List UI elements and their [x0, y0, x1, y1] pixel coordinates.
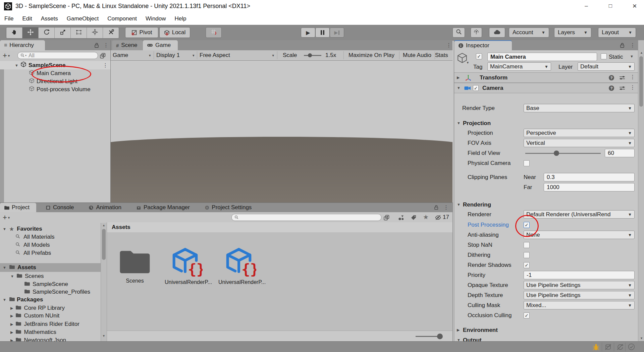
local-toggle-button[interactable]: Local [159, 27, 190, 38]
tree-samplescene-profiles[interactable]: SampleScene_Profiles [0, 288, 90, 296]
dithering-checkbox[interactable] [524, 252, 530, 258]
menu-edit[interactable]: Edit [18, 15, 36, 22]
pivot-toggle-button[interactable]: Pivot [125, 27, 158, 38]
inspector-scrollbar[interactable]: ▲ ▼ [638, 40, 644, 341]
tab-package-manager[interactable]: Package Manager [132, 203, 194, 212]
foldout-collapsed-icon[interactable]: ▶ [10, 314, 13, 318]
tree-core-rp-library[interactable]: ▶ Core RP Library [0, 304, 65, 312]
tree-custom-nunit[interactable]: ▶ Custom NUnit [0, 312, 59, 320]
tab-console[interactable]: Console [42, 203, 78, 212]
stop-nan-checkbox[interactable] [524, 242, 530, 248]
chevron-down-icon[interactable]: ▾ [8, 216, 10, 220]
foldout-collapsed-icon[interactable]: ▶ [10, 330, 13, 335]
menu-help[interactable]: Help [170, 15, 191, 22]
scroll-down-icon[interactable]: ▼ [640, 337, 643, 340]
asset-item-scenes-folder[interactable]: Scenes [113, 247, 157, 284]
priority-field[interactable]: -1 [524, 271, 635, 279]
move-tool-button[interactable] [22, 27, 39, 38]
tab-animation[interactable]: Animation [85, 203, 125, 212]
assets-grid[interactable]: Scenes {} UniversalRenderP... {} Univers… [107, 232, 453, 331]
custom-tool-button[interactable] [103, 27, 119, 38]
pause-button[interactable] [315, 27, 330, 38]
scale-slider-handle[interactable] [308, 53, 312, 57]
filter-by-type-icon[interactable] [398, 215, 404, 222]
game-target-dropdown[interactable]: Game▾ [113, 50, 128, 60]
tab-scene[interactable]: # Scene [112, 40, 143, 50]
culling-mask-dropdown[interactable]: Mixed...▼ [524, 301, 635, 309]
hierarchy-item-main-camera[interactable]: Main Camera [0, 69, 110, 77]
tree-newtonsoft-json[interactable]: ▶ Newtonsoft Json [0, 336, 66, 342]
scrollbar-thumb[interactable] [639, 56, 643, 107]
tree-scenes-folder[interactable]: ▼ Scenes [0, 272, 44, 280]
foldout-expanded-icon[interactable]: ▼ [3, 227, 6, 231]
picker-icon[interactable] [100, 53, 106, 60]
debugger-bug-icon[interactable] [592, 343, 600, 352]
scroll-up-icon[interactable]: ▲ [640, 51, 643, 54]
search-everywhere-button[interactable] [452, 27, 465, 38]
close-button[interactable]: ✕ [628, 3, 641, 10]
near-field[interactable]: 0.3 [544, 173, 635, 181]
kebab-menu-icon[interactable]: ⋮ [630, 42, 635, 48]
far-field[interactable]: 1000 [544, 183, 635, 191]
camera-component-header[interactable]: ▼ ✓ Camera ? ⋮ [454, 83, 644, 93]
scroll-down-icon[interactable]: ▼ [102, 334, 105, 338]
tree-assets-root[interactable]: ▼ Assets [0, 263, 101, 272]
layout-dropdown[interactable]: Layout▼ [598, 27, 636, 38]
menu-assets[interactable]: Assets [37, 15, 62, 22]
minimize-button[interactable]: – [580, 3, 593, 9]
fov-value-field[interactable]: 60 [605, 149, 635, 157]
tab-game[interactable]: Game [143, 40, 178, 50]
game-viewport[interactable] [111, 60, 452, 202]
account-dropdown[interactable]: Account▼ [509, 27, 549, 38]
depth-texture-dropdown[interactable]: Use Pipeline Settings▼ [524, 291, 635, 299]
scale-slider-track[interactable] [304, 55, 321, 56]
help-icon[interactable]: ? [608, 85, 614, 93]
menu-window[interactable]: Window [141, 15, 170, 22]
kebab-menu-icon[interactable]: ⋮ [103, 62, 108, 68]
scale-tool-button[interactable] [55, 27, 71, 38]
kebab-menu-icon[interactable]: ⋮ [630, 74, 635, 80]
add-asset-button[interactable]: + [3, 213, 7, 222]
play-button[interactable]: ▶ [301, 27, 315, 38]
progress-activity-button[interactable] [471, 27, 482, 38]
kebab-menu-icon[interactable]: ⋮ [443, 204, 449, 211]
preset-icon[interactable] [619, 75, 625, 82]
chevron-down-icon[interactable]: ▾ [8, 54, 10, 58]
asset-item-urp-asset-1[interactable]: {} UniversalRenderP... [165, 247, 208, 285]
maximize-button[interactable]: □ [604, 3, 617, 9]
aspect-dropdown[interactable]: Free Aspect▾ [200, 50, 276, 60]
menu-component[interactable]: Component [103, 15, 141, 22]
picker-icon[interactable] [383, 215, 390, 222]
rendering-section-header[interactable]: ▼ Rendering [454, 200, 644, 210]
cache-server-disabled-icon[interactable] [604, 344, 612, 352]
rect-tool-button[interactable] [71, 27, 87, 38]
tree-mathematics[interactable]: ▶ Mathematics [0, 328, 56, 336]
fov-slider-track[interactable] [525, 153, 601, 154]
opaque-texture-dropdown[interactable]: Use Pipeline Settings▼ [524, 281, 635, 289]
icon-size-slider-handle[interactable] [437, 334, 443, 339]
physical-camera-checkbox[interactable] [524, 160, 530, 166]
project-search-input[interactable] [231, 214, 381, 221]
gameobject-name-field[interactable]: Main Camera [487, 53, 597, 61]
favorite-all-prefabs[interactable]: All Prefabs [0, 249, 51, 257]
favorites-star-icon[interactable]: ★ [423, 213, 429, 221]
hand-tool-button[interactable] [6, 27, 22, 38]
lock-icon[interactable] [434, 205, 439, 211]
tree-jetbrains-rider[interactable]: ▶ JetBrains Rider Editor [0, 320, 79, 328]
asset-item-urp-asset-2[interactable]: {} UniversalRenderP... [218, 247, 262, 285]
foldout-expanded-icon[interactable]: ▼ [3, 298, 6, 302]
tree-packages-root[interactable]: ▼ Packages [0, 296, 43, 304]
layer-dropdown[interactable]: Default▼ [578, 62, 635, 71]
scroll-up-icon[interactable]: ▲ [102, 224, 105, 227]
foldout-expanded-icon[interactable]: ▼ [457, 86, 461, 90]
post-processing-checkbox[interactable]: ✓ [524, 222, 530, 228]
tab-hierarchy[interactable]: ≡ Hierarchy [0, 40, 45, 50]
maximize-on-play-toggle[interactable]: Maximize On Play [344, 50, 399, 60]
hidden-count-eye-icon[interactable] [435, 215, 441, 222]
tree-samplescene[interactable]: SampleScene [0, 280, 68, 288]
transform-tool-button[interactable] [87, 27, 103, 38]
projection-dropdown[interactable]: Perspective▼ [524, 129, 635, 137]
camera-enabled-checkbox[interactable]: ✓ [473, 85, 479, 91]
cloud-services-button[interactable] [489, 27, 505, 38]
display-dropdown[interactable]: Display 1▾ [156, 50, 180, 60]
